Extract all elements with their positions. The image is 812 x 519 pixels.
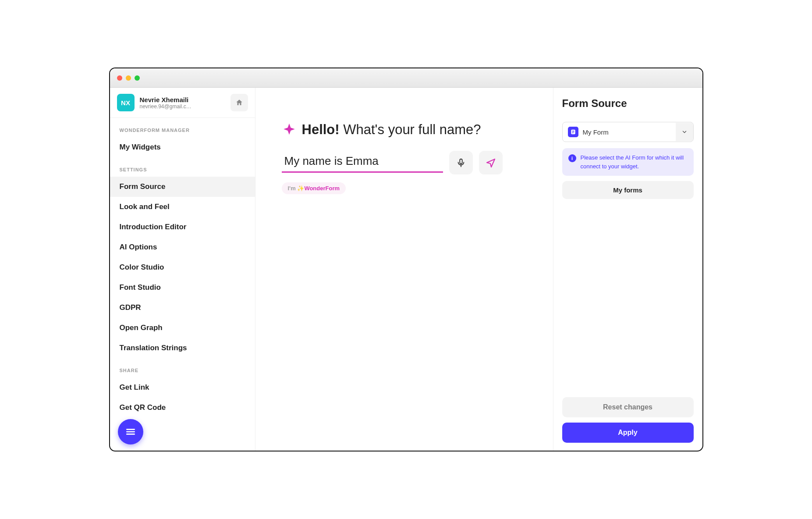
nav-get-qr-code[interactable]: Get QR Code: [110, 398, 255, 418]
nav-translation-strings[interactable]: Translation Strings: [110, 338, 255, 358]
section-label-settings: SETTINGS: [110, 157, 255, 177]
send-icon: [486, 157, 496, 168]
form-select-label: My Form: [583, 128, 609, 136]
settings-panel: Form Source My Form i Please select the …: [553, 88, 702, 451]
window-close-dot[interactable]: [117, 75, 122, 81]
info-text: Please select the AI Form for which it w…: [581, 153, 688, 171]
answer-input[interactable]: [284, 154, 440, 168]
app-body: NX Nevrie Xhemaili nevriee.94@gmail.c… W…: [110, 88, 702, 451]
svg-rect-3: [460, 159, 462, 164]
nav-form-source[interactable]: Form Source: [110, 177, 255, 197]
my-forms-button[interactable]: My forms: [562, 181, 694, 199]
brand-chip[interactable]: I'm ✨WonderForm: [282, 182, 346, 194]
send-button[interactable]: [479, 151, 503, 174]
sidebar: NX Nevrie Xhemaili nevriee.94@gmail.c… W…: [110, 88, 255, 451]
svg-rect-7: [572, 132, 574, 132]
chip-sparkle: ✨: [297, 185, 304, 192]
window-zoom-dot[interactable]: [135, 75, 140, 81]
mic-button[interactable]: [449, 151, 473, 174]
svg-rect-8: [572, 133, 573, 133]
section-label-share: SHARE: [110, 358, 255, 377]
user-name: Nevrie Xhemaili: [140, 96, 225, 103]
nav-font-studio[interactable]: Font Studio: [110, 277, 255, 298]
prompt-question: What's your full name?: [343, 122, 481, 137]
home-button[interactable]: [230, 94, 248, 111]
preview-area: Hello! What's your full name? I'm ✨Wonde…: [255, 88, 553, 451]
form-select[interactable]: My Form: [562, 122, 694, 142]
sidebar-scroll[interactable]: WONDERFORM MANAGER My Widgets SETTINGS F…: [110, 118, 255, 451]
apply-button[interactable]: Apply: [562, 423, 694, 443]
section-label-manager: WONDERFORM MANAGER: [110, 118, 255, 137]
nav-introduction-editor[interactable]: Introduction Editor: [110, 217, 255, 237]
input-row: [282, 151, 527, 174]
nav-color-studio[interactable]: Color Studio: [110, 257, 255, 277]
nav-open-graph[interactable]: Open Graph: [110, 318, 255, 338]
info-icon: i: [568, 154, 576, 162]
titlebar: [110, 68, 702, 88]
form-select-caret: [676, 123, 693, 141]
user-email: nevriee.94@gmail.c…: [140, 103, 197, 110]
reset-button[interactable]: Reset changes: [562, 397, 694, 417]
menu-icon: [125, 426, 136, 437]
menu-fab[interactable]: [118, 419, 143, 444]
info-box: i Please select the AI Form for which it…: [562, 148, 694, 176]
sparkle-icon: [282, 122, 297, 137]
form-icon: [568, 127, 578, 137]
nav-gdpr[interactable]: GDPR: [110, 298, 255, 318]
app-window: NX Nevrie Xhemaili nevriee.94@gmail.c… W…: [109, 68, 703, 451]
chip-brand: WonderForm: [304, 185, 340, 192]
prompt-hello: Hello!: [302, 122, 340, 137]
home-icon: [235, 99, 243, 107]
form-select-main: My Form: [563, 122, 676, 142]
user-row: NX Nevrie Xhemaili nevriee.94@gmail.c…: [110, 88, 255, 118]
nav-my-widgets[interactable]: My Widgets: [110, 137, 255, 157]
chip-prefix: I'm: [288, 185, 298, 192]
mic-icon: [456, 158, 466, 167]
svg-rect-6: [572, 131, 574, 131]
avatar[interactable]: NX: [117, 94, 135, 111]
text-input-wrap: [282, 153, 443, 173]
user-meta: Nevrie Xhemaili nevriee.94@gmail.c…: [140, 96, 225, 110]
nav-get-link[interactable]: Get Link: [110, 377, 255, 398]
nav-look-and-feel[interactable]: Look and Feel: [110, 197, 255, 217]
panel-title: Form Source: [562, 97, 694, 110]
prompt-text: Hello! What's your full name?: [302, 122, 481, 138]
window-minimize-dot[interactable]: [126, 75, 131, 81]
prompt-row: Hello! What's your full name?: [282, 122, 527, 138]
chevron-down-icon: [681, 129, 688, 135]
nav-ai-options[interactable]: AI Options: [110, 237, 255, 257]
